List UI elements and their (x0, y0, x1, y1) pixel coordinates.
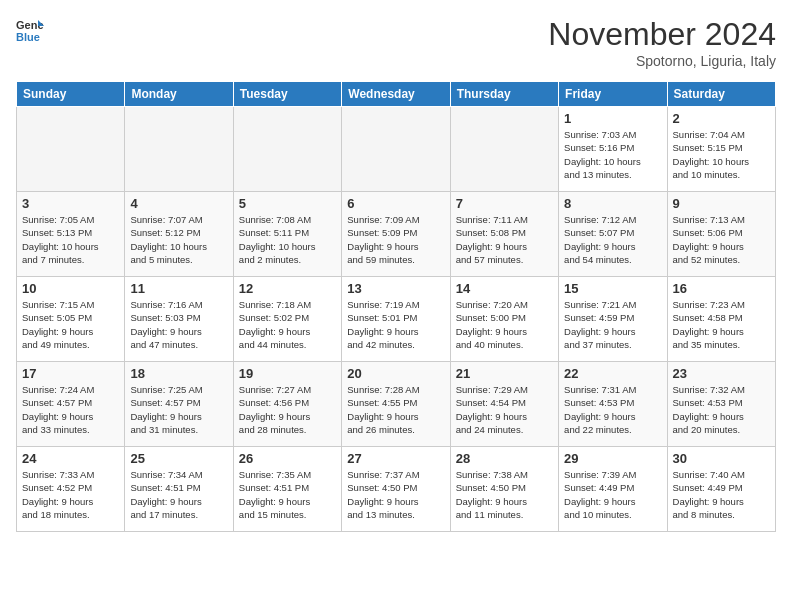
location: Spotorno, Liguria, Italy (548, 53, 776, 69)
calendar-cell: 5Sunrise: 7:08 AM Sunset: 5:11 PM Daylig… (233, 192, 341, 277)
calendar-cell: 25Sunrise: 7:34 AM Sunset: 4:51 PM Dayli… (125, 447, 233, 532)
day-info: Sunrise: 7:03 AM Sunset: 5:16 PM Dayligh… (564, 128, 661, 181)
calendar-week-4: 17Sunrise: 7:24 AM Sunset: 4:57 PM Dayli… (17, 362, 776, 447)
day-number: 11 (130, 281, 227, 296)
calendar-cell: 15Sunrise: 7:21 AM Sunset: 4:59 PM Dayli… (559, 277, 667, 362)
calendar-cell: 30Sunrise: 7:40 AM Sunset: 4:49 PM Dayli… (667, 447, 775, 532)
calendar-cell: 8Sunrise: 7:12 AM Sunset: 5:07 PM Daylig… (559, 192, 667, 277)
calendar-header-tuesday: Tuesday (233, 82, 341, 107)
calendar-cell: 12Sunrise: 7:18 AM Sunset: 5:02 PM Dayli… (233, 277, 341, 362)
day-number: 21 (456, 366, 553, 381)
day-number: 20 (347, 366, 444, 381)
calendar-header-row: SundayMondayTuesdayWednesdayThursdayFrid… (17, 82, 776, 107)
day-number: 25 (130, 451, 227, 466)
calendar-cell: 9Sunrise: 7:13 AM Sunset: 5:06 PM Daylig… (667, 192, 775, 277)
day-info: Sunrise: 7:31 AM Sunset: 4:53 PM Dayligh… (564, 383, 661, 436)
day-number: 16 (673, 281, 770, 296)
day-info: Sunrise: 7:09 AM Sunset: 5:09 PM Dayligh… (347, 213, 444, 266)
calendar-cell: 1Sunrise: 7:03 AM Sunset: 5:16 PM Daylig… (559, 107, 667, 192)
day-info: Sunrise: 7:38 AM Sunset: 4:50 PM Dayligh… (456, 468, 553, 521)
calendar-cell: 16Sunrise: 7:23 AM Sunset: 4:58 PM Dayli… (667, 277, 775, 362)
day-info: Sunrise: 7:35 AM Sunset: 4:51 PM Dayligh… (239, 468, 336, 521)
day-number: 22 (564, 366, 661, 381)
calendar-header-saturday: Saturday (667, 82, 775, 107)
title-block: November 2024 Spotorno, Liguria, Italy (548, 16, 776, 69)
day-number: 30 (673, 451, 770, 466)
day-number: 3 (22, 196, 119, 211)
calendar-cell: 14Sunrise: 7:20 AM Sunset: 5:00 PM Dayli… (450, 277, 558, 362)
calendar-cell: 21Sunrise: 7:29 AM Sunset: 4:54 PM Dayli… (450, 362, 558, 447)
svg-text:Blue: Blue (16, 31, 40, 43)
page-header: General Blue November 2024 Spotorno, Lig… (16, 16, 776, 69)
day-info: Sunrise: 7:18 AM Sunset: 5:02 PM Dayligh… (239, 298, 336, 351)
calendar-table: SundayMondayTuesdayWednesdayThursdayFrid… (16, 81, 776, 532)
day-info: Sunrise: 7:05 AM Sunset: 5:13 PM Dayligh… (22, 213, 119, 266)
calendar-cell: 6Sunrise: 7:09 AM Sunset: 5:09 PM Daylig… (342, 192, 450, 277)
day-number: 6 (347, 196, 444, 211)
calendar-week-3: 10Sunrise: 7:15 AM Sunset: 5:05 PM Dayli… (17, 277, 776, 362)
calendar-cell: 13Sunrise: 7:19 AM Sunset: 5:01 PM Dayli… (342, 277, 450, 362)
day-info: Sunrise: 7:08 AM Sunset: 5:11 PM Dayligh… (239, 213, 336, 266)
day-number: 8 (564, 196, 661, 211)
day-info: Sunrise: 7:13 AM Sunset: 5:06 PM Dayligh… (673, 213, 770, 266)
day-info: Sunrise: 7:27 AM Sunset: 4:56 PM Dayligh… (239, 383, 336, 436)
calendar-cell (233, 107, 341, 192)
day-info: Sunrise: 7:23 AM Sunset: 4:58 PM Dayligh… (673, 298, 770, 351)
logo-icon: General Blue (16, 16, 44, 44)
day-info: Sunrise: 7:28 AM Sunset: 4:55 PM Dayligh… (347, 383, 444, 436)
calendar-cell: 17Sunrise: 7:24 AM Sunset: 4:57 PM Dayli… (17, 362, 125, 447)
day-number: 1 (564, 111, 661, 126)
calendar-cell: 26Sunrise: 7:35 AM Sunset: 4:51 PM Dayli… (233, 447, 341, 532)
calendar-cell (450, 107, 558, 192)
calendar-week-5: 24Sunrise: 7:33 AM Sunset: 4:52 PM Dayli… (17, 447, 776, 532)
day-number: 4 (130, 196, 227, 211)
day-info: Sunrise: 7:24 AM Sunset: 4:57 PM Dayligh… (22, 383, 119, 436)
calendar-cell: 4Sunrise: 7:07 AM Sunset: 5:12 PM Daylig… (125, 192, 233, 277)
calendar-header-sunday: Sunday (17, 82, 125, 107)
calendar-cell: 23Sunrise: 7:32 AM Sunset: 4:53 PM Dayli… (667, 362, 775, 447)
day-number: 26 (239, 451, 336, 466)
calendar-cell: 2Sunrise: 7:04 AM Sunset: 5:15 PM Daylig… (667, 107, 775, 192)
day-number: 5 (239, 196, 336, 211)
day-info: Sunrise: 7:15 AM Sunset: 5:05 PM Dayligh… (22, 298, 119, 351)
calendar-week-1: 1Sunrise: 7:03 AM Sunset: 5:16 PM Daylig… (17, 107, 776, 192)
calendar-cell: 27Sunrise: 7:37 AM Sunset: 4:50 PM Dayli… (342, 447, 450, 532)
calendar-cell: 28Sunrise: 7:38 AM Sunset: 4:50 PM Dayli… (450, 447, 558, 532)
logo: General Blue (16, 16, 44, 44)
calendar-cell: 22Sunrise: 7:31 AM Sunset: 4:53 PM Dayli… (559, 362, 667, 447)
day-number: 9 (673, 196, 770, 211)
day-info: Sunrise: 7:07 AM Sunset: 5:12 PM Dayligh… (130, 213, 227, 266)
day-number: 12 (239, 281, 336, 296)
day-info: Sunrise: 7:33 AM Sunset: 4:52 PM Dayligh… (22, 468, 119, 521)
day-info: Sunrise: 7:39 AM Sunset: 4:49 PM Dayligh… (564, 468, 661, 521)
day-number: 29 (564, 451, 661, 466)
calendar-cell (342, 107, 450, 192)
day-number: 10 (22, 281, 119, 296)
day-info: Sunrise: 7:19 AM Sunset: 5:01 PM Dayligh… (347, 298, 444, 351)
day-number: 15 (564, 281, 661, 296)
calendar-header-thursday: Thursday (450, 82, 558, 107)
calendar-cell: 7Sunrise: 7:11 AM Sunset: 5:08 PM Daylig… (450, 192, 558, 277)
calendar-cell: 10Sunrise: 7:15 AM Sunset: 5:05 PM Dayli… (17, 277, 125, 362)
day-info: Sunrise: 7:16 AM Sunset: 5:03 PM Dayligh… (130, 298, 227, 351)
calendar-cell: 3Sunrise: 7:05 AM Sunset: 5:13 PM Daylig… (17, 192, 125, 277)
calendar-cell: 24Sunrise: 7:33 AM Sunset: 4:52 PM Dayli… (17, 447, 125, 532)
day-info: Sunrise: 7:32 AM Sunset: 4:53 PM Dayligh… (673, 383, 770, 436)
day-info: Sunrise: 7:20 AM Sunset: 5:00 PM Dayligh… (456, 298, 553, 351)
calendar-cell (17, 107, 125, 192)
day-info: Sunrise: 7:04 AM Sunset: 5:15 PM Dayligh… (673, 128, 770, 181)
calendar-cell: 18Sunrise: 7:25 AM Sunset: 4:57 PM Dayli… (125, 362, 233, 447)
day-number: 18 (130, 366, 227, 381)
day-info: Sunrise: 7:25 AM Sunset: 4:57 PM Dayligh… (130, 383, 227, 436)
day-info: Sunrise: 7:29 AM Sunset: 4:54 PM Dayligh… (456, 383, 553, 436)
day-number: 28 (456, 451, 553, 466)
calendar-header-monday: Monday (125, 82, 233, 107)
day-number: 17 (22, 366, 119, 381)
day-info: Sunrise: 7:37 AM Sunset: 4:50 PM Dayligh… (347, 468, 444, 521)
month-title: November 2024 (548, 16, 776, 53)
calendar-cell: 20Sunrise: 7:28 AM Sunset: 4:55 PM Dayli… (342, 362, 450, 447)
calendar-cell (125, 107, 233, 192)
day-number: 23 (673, 366, 770, 381)
calendar-header-wednesday: Wednesday (342, 82, 450, 107)
day-info: Sunrise: 7:21 AM Sunset: 4:59 PM Dayligh… (564, 298, 661, 351)
